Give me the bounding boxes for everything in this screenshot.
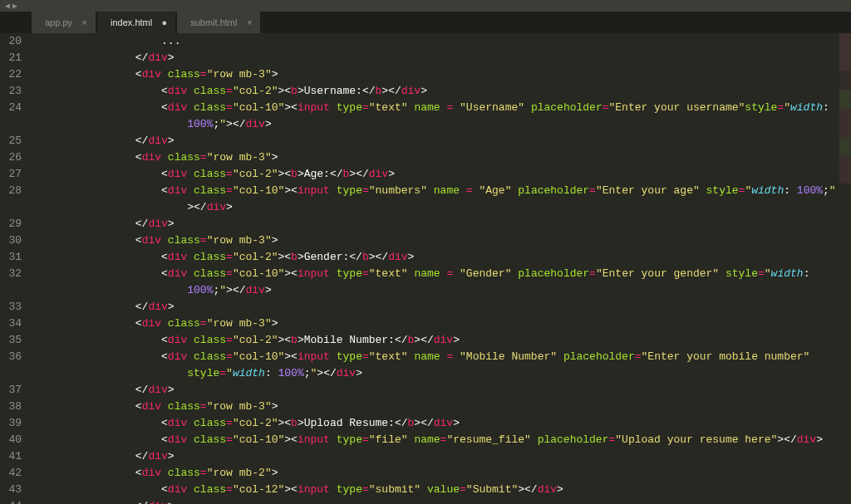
code-line[interactable]: </div> [32,382,851,399]
code-line[interactable]: <div class="row mb-3"> [32,399,851,415]
line-number [0,282,22,299]
line-number: 25 [0,133,22,149]
code-line[interactable]: </div> [32,216,851,232]
line-number: 36 [0,349,22,365]
code-line[interactable]: <div class="row mb-3"> [32,66,851,83]
code-line[interactable]: <div class="col-2"><b>Gender:</b></div> [32,249,851,266]
code-line[interactable]: <div class="col-10"><input type="numbers… [32,183,851,199]
nav-arrows[interactable]: ◀ ▶ [0,1,22,11]
line-number: 26 [0,149,22,166]
code-line[interactable]: <div class="col-2"><b>Mobile Number:</b>… [32,332,851,349]
line-number: 22 [0,66,22,83]
line-number [0,116,22,133]
code-line[interactable]: style="width: 100%;"></div> [32,365,851,382]
line-number: 38 [0,399,22,415]
code-line[interactable]: ></div> [32,199,851,216]
line-number: 33 [0,299,22,316]
code-line[interactable]: </div> [32,299,851,316]
tab-label: app.py [45,17,72,27]
code-line[interactable]: <div class="row mb-3"> [32,316,851,332]
minimap[interactable] [839,33,851,504]
window-titlebar: ◀ ▶ [0,0,851,12]
code-line[interactable]: <div class="col-2"><b>Upload Resume:</b>… [32,415,851,432]
line-number: 21 [0,50,22,66]
code-area[interactable]: ... </div> <div class="row mb-3"> <div c… [32,33,851,504]
code-line[interactable]: </div> [32,133,851,149]
line-number: 42 [0,465,22,482]
code-line[interactable]: </div> [32,498,851,504]
code-line[interactable]: <div class="col-12"><input type="submit"… [32,482,851,498]
modified-dot-icon[interactable]: ● [162,17,168,27]
code-line[interactable]: <div class="col-10"><input type="text" n… [32,266,851,282]
code-editor[interactable]: 2021222324252627282930313233343536373839… [0,33,851,504]
nav-forward-icon[interactable]: ▶ [12,1,17,11]
line-number: 44 [0,498,22,504]
line-number: 34 [0,316,22,332]
code-line[interactable]: <div class="row mb-2"> [32,465,851,482]
line-number: 20 [0,33,22,50]
line-number: 41 [0,448,22,465]
line-number: 39 [0,415,22,432]
line-number [0,365,22,382]
line-number: 32 [0,266,22,282]
code-line[interactable]: ... [32,33,851,50]
line-number: 24 [0,100,22,116]
tab-submit-html[interactable]: submit.html× [177,12,260,33]
code-line[interactable]: <div class="col-10"><input type="text" n… [32,100,851,116]
line-number: 28 [0,183,22,199]
line-number: 23 [0,83,22,100]
nav-back-icon[interactable]: ◀ [5,1,10,11]
tab-index-html[interactable]: index.html● [97,12,175,33]
line-number: 37 [0,382,22,399]
tab-label: index.html [111,17,152,27]
line-number: 27 [0,166,22,183]
line-number: 35 [0,332,22,349]
code-line[interactable]: <div class="col-10"><input type="file" n… [32,432,851,448]
code-line[interactable]: <div class="row mb-3"> [32,149,851,166]
close-icon[interactable]: × [82,17,87,27]
line-number-gutter: 2021222324252627282930313233343536373839… [0,33,32,504]
code-line[interactable]: <div class="col-10"><input type="text" n… [32,349,851,365]
line-number: 31 [0,249,22,266]
code-line[interactable]: <div class="col-2"><b>Age:</b></div> [32,166,851,183]
line-number: 43 [0,482,22,498]
tab-app-py[interactable]: app.py× [32,12,96,33]
code-line[interactable]: <div class="row mb-3"> [32,232,851,249]
tab-bar: app.py×index.html●submit.html× [0,12,851,33]
code-line[interactable]: 100%;"></div> [32,282,851,299]
code-line[interactable]: 100%;"></div> [32,116,851,133]
code-line[interactable]: </div> [32,50,851,66]
code-line[interactable]: </div> [32,448,851,465]
close-icon[interactable]: × [247,17,252,27]
line-number [0,199,22,216]
line-number: 29 [0,216,22,232]
code-line[interactable]: <div class="col-2"><b>Username:</b></div… [32,83,851,100]
line-number: 40 [0,432,22,448]
line-number: 30 [0,232,22,249]
tab-label: submit.html [190,17,237,27]
